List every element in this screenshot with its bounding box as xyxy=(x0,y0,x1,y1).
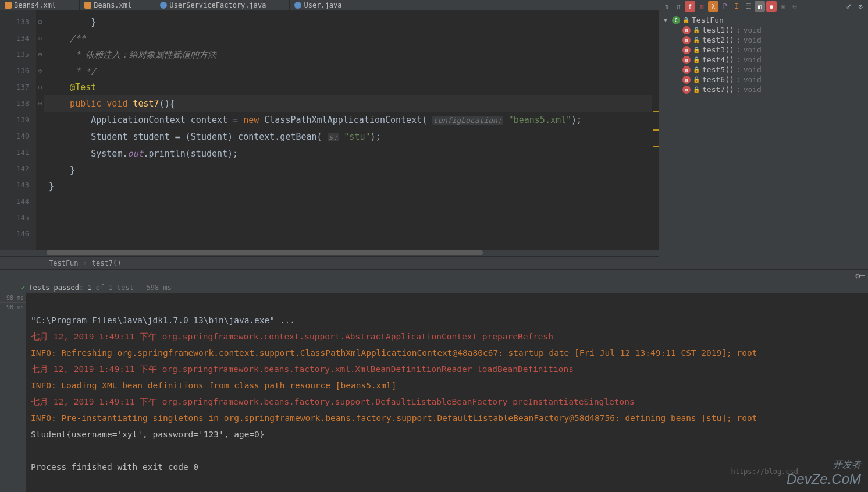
console-output[interactable]: "C:\Program Files\Java\jdk1.7.0_13\bin\j… xyxy=(26,293,868,492)
show-methods-icon[interactable]: m xyxy=(696,1,707,12)
test-status-bar: ✔ Tests passed: 1 of 1 test – 598 ms xyxy=(0,282,868,293)
settings-icon[interactable]: ⚙ xyxy=(855,1,866,12)
tests-total-label: of 1 test xyxy=(96,284,134,292)
tab-user[interactable]: User.java xyxy=(290,0,365,10)
fold-icon[interactable]: ⊖ xyxy=(36,63,44,79)
lock-icon: 🔒 xyxy=(693,86,700,93)
method-icon: m xyxy=(682,86,691,94)
lock-icon: 🔒 xyxy=(693,47,700,53)
tab-label: User.java xyxy=(304,1,341,9)
lock-icon: 🔒 xyxy=(682,17,689,23)
tree-method-node[interactable]: m🔒test6(): void xyxy=(661,75,866,84)
breadcrumb[interactable]: TestFun › test7() xyxy=(0,256,659,269)
show-constants-icon[interactable]: λ xyxy=(708,1,718,12)
expand-all-icon[interactable]: ⤢ xyxy=(844,1,854,12)
method-icon: m xyxy=(682,46,691,54)
tree-method-node[interactable]: m🔒test1(): void xyxy=(661,25,866,35)
sort-alpha-icon[interactable]: ⇅ xyxy=(661,1,672,12)
autoscroll-icon[interactable]: ◉ xyxy=(778,1,788,12)
line-number: 141 xyxy=(0,144,36,161)
code-editor[interactable]: } /** * 依赖注入：给对象属性赋值的方法 * */ @Test publi… xyxy=(44,10,652,250)
tree-class-node[interactable]: ▼ C 🔒 TestFun xyxy=(661,15,866,25)
java-file-icon xyxy=(294,2,301,9)
warning-marker[interactable] xyxy=(653,129,659,131)
line-number: 140 xyxy=(0,128,36,144)
minimize-icon[interactable]: — xyxy=(860,271,865,281)
tab-label: UserServiceFactory.java xyxy=(169,1,266,9)
tree-method-node[interactable]: m🔒test5(): void xyxy=(661,65,866,75)
line-number: 143 xyxy=(0,177,36,193)
line-number: 137 xyxy=(0,79,36,95)
line-number: 135 xyxy=(0,47,36,63)
filter-icon[interactable]: ● xyxy=(766,1,777,12)
scrollbar-thumb[interactable] xyxy=(47,250,483,255)
fold-icon[interactable]: ⊖ xyxy=(36,30,44,47)
test-timings-sidebar[interactable]: 98 ms 98 ms xyxy=(0,293,26,492)
xml-file-icon xyxy=(84,2,91,9)
group-icon[interactable]: ◧ xyxy=(755,1,765,12)
lock-icon: 🔒 xyxy=(693,37,700,43)
parameter-hint: configLocation: xyxy=(432,116,503,125)
tab-label: Beans.xml xyxy=(94,1,131,9)
fold-icon[interactable]: ⊟ xyxy=(36,79,44,95)
show-anonymous-icon[interactable]: ☰ xyxy=(743,1,753,12)
line-number: 144 xyxy=(0,193,36,210)
method-icon: m xyxy=(682,66,691,74)
watermark-url: https://blog.csd xyxy=(731,468,798,476)
lock-icon: 🔒 xyxy=(693,66,700,73)
tab-beans4[interactable]: Beans4.xml xyxy=(0,0,80,10)
line-number: 142 xyxy=(0,161,36,177)
class-name-label: TestFun xyxy=(692,16,724,24)
horizontal-scrollbar[interactable] xyxy=(0,250,659,256)
line-number-gutter[interactable]: 133 134 135 136 137 138 139 140 141 142 … xyxy=(0,10,36,250)
sort-visibility-icon[interactable]: ⇵ xyxy=(673,1,684,12)
show-properties-icon[interactable]: P xyxy=(720,1,730,12)
check-icon: ✔ xyxy=(21,284,25,292)
breadcrumb-method[interactable]: test7() xyxy=(90,259,124,267)
lock-icon: 🔒 xyxy=(693,56,700,63)
lock-icon: 🔒 xyxy=(693,27,700,33)
tree-method-node[interactable]: m🔒test3(): void xyxy=(661,45,866,55)
test-time-item[interactable]: 98 ms xyxy=(0,303,26,312)
fold-icon[interactable]: ⊟ xyxy=(36,14,44,30)
editor-tabs: Beans4.xml Beans.xml UserServiceFactory.… xyxy=(0,0,659,10)
fold-icon[interactable]: ⊟ xyxy=(36,47,44,63)
xml-file-icon xyxy=(5,2,12,9)
test-toolbar: ⚙ — xyxy=(0,269,868,282)
collapse-icon[interactable]: ⊟ xyxy=(789,1,800,12)
tree-method-node[interactable]: m🔒test4(): void xyxy=(661,55,866,65)
test-time-item[interactable]: 98 ms xyxy=(0,293,26,303)
error-stripe[interactable] xyxy=(652,10,659,250)
gear-icon[interactable]: ⚙ xyxy=(855,271,860,281)
line-number: 139 xyxy=(0,112,36,128)
structure-tree[interactable]: ▼ C 🔒 TestFun m🔒test1(): void m🔒test2():… xyxy=(659,13,868,269)
tab-beans[interactable]: Beans.xml xyxy=(80,0,155,10)
tests-passed-label: Tests passed: xyxy=(29,284,83,292)
show-inherited-icon[interactable]: I xyxy=(731,1,742,12)
method-icon: m xyxy=(682,56,691,64)
class-icon: C xyxy=(672,16,680,24)
breadcrumb-separator-icon: › xyxy=(81,259,90,267)
line-number: 133 xyxy=(0,14,36,30)
fold-column: ⊟ ⊖ ⊟ ⊖ ⊟ ⊟ xyxy=(36,10,44,250)
method-icon: m xyxy=(682,26,691,34)
tree-method-node[interactable]: m🔒test7(): void xyxy=(661,84,866,94)
tab-label: Beans4.xml xyxy=(14,1,56,9)
line-number: 145 xyxy=(0,210,36,226)
expand-arrow-icon[interactable]: ▼ xyxy=(664,17,670,23)
current-line: public void test7(){ xyxy=(44,95,652,112)
line-number: 136 xyxy=(0,63,36,79)
tree-method-node[interactable]: m🔒test2(): void xyxy=(661,35,866,45)
breadcrumb-class[interactable]: TestFun xyxy=(47,259,81,267)
warning-marker[interactable] xyxy=(653,146,659,147)
fold-icon[interactable]: ⊟ xyxy=(36,95,44,112)
parameter-hint: s: xyxy=(328,133,339,141)
show-fields-icon[interactable]: f xyxy=(685,1,695,12)
tab-userservicefactory[interactable]: UserServiceFactory.java xyxy=(155,0,290,10)
lock-icon: 🔒 xyxy=(693,76,700,83)
tests-passed-count: 1 xyxy=(87,284,91,292)
method-icon: m xyxy=(682,76,691,84)
structure-panel: ⇅ ⇵ f m λ P I ☰ ◧ ● ◉ ⊟ ⤢ ⚙ ▼ C 🔒 TestFu… xyxy=(659,0,868,269)
warning-marker[interactable] xyxy=(653,111,659,112)
line-number: 138 xyxy=(0,95,36,112)
